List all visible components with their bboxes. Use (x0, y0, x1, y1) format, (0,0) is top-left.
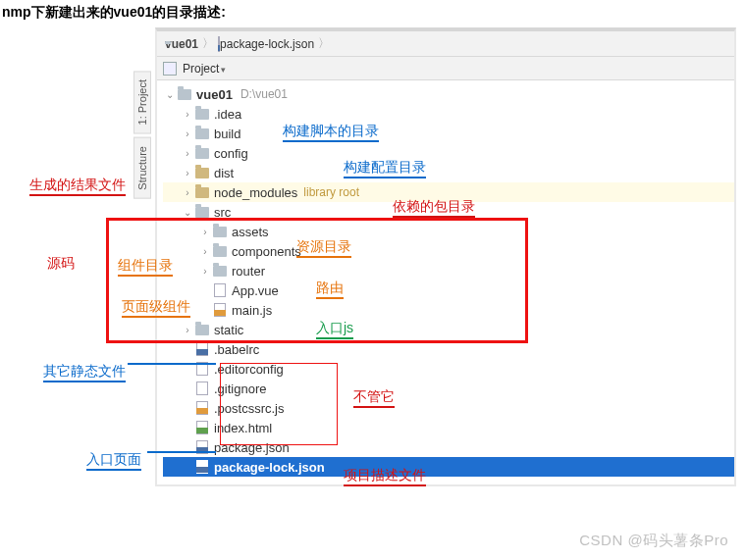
json-file-icon (218, 37, 220, 51)
folder-icon (212, 225, 228, 238)
json-file-icon (194, 342, 210, 356)
folder-icon (194, 166, 210, 179)
json-file-icon (194, 460, 210, 474)
project-tree: ⌄ vue01 D:\vue01 ›.idea ›build ›config ›… (157, 80, 734, 484)
folder-icon (177, 87, 192, 101)
json-file-icon (194, 440, 210, 454)
html-file-icon (194, 421, 210, 434)
chevron-right-icon[interactable]: › (181, 128, 194, 139)
tree-label: index.html (214, 421, 272, 435)
tree-item-config[interactable]: ›config (163, 143, 734, 163)
tree-item-index-html[interactable]: index.html (163, 418, 734, 437)
tree-label: .postcssrc.js (214, 401, 285, 416)
watermark: CSDN @码头薯条Pro (579, 532, 728, 550)
anno-static: 其它静态文件 (43, 363, 126, 382)
tree-item-app-vue[interactable]: App.vue (163, 280, 734, 300)
tree-label: package-lock.json (214, 460, 325, 475)
chevron-right-icon[interactable]: › (181, 325, 194, 335)
tree-label: .babelrc (214, 342, 259, 357)
tree-label: .editorconfig (214, 362, 284, 377)
tree-root[interactable]: ⌄ vue01 D:\vue01 (163, 84, 734, 104)
folder-icon (194, 185, 210, 199)
anno-dist: 生成的结果文件 (29, 177, 126, 196)
crumb-file[interactable]: package-lock.json (220, 37, 314, 51)
js-file-icon (212, 303, 228, 317)
breadcrumb: vue01 〉 package-lock.json 〉 (157, 31, 734, 57)
tab-project[interactable]: 1: Project (133, 71, 151, 133)
tree-label: router (232, 264, 265, 279)
chevron-down-icon[interactable]: ⌄ (163, 89, 177, 100)
tree-label: .gitignore (214, 382, 266, 396)
tree-item-postcssrc[interactable]: .postcssrc.js (163, 398, 734, 418)
file-icon (212, 283, 228, 297)
tree-item-router[interactable]: ›router (163, 261, 734, 280)
project-toolbar: Project (157, 57, 734, 80)
tab-structure[interactable]: Structure (133, 137, 151, 199)
tree-label: .idea (214, 107, 241, 122)
tree-item-package-lock[interactable]: package-lock.json (163, 457, 734, 477)
chevron-right-icon: 〉 (318, 35, 330, 52)
tree-label: src (214, 205, 231, 220)
tree-label: main.js (232, 303, 272, 318)
tree-item-main-js[interactable]: main.js (163, 300, 734, 320)
folder-icon (194, 146, 210, 160)
tree-item-src[interactable]: ⌄src (163, 202, 734, 222)
page-title: nmp下新建出来的vue01的目录描述: (0, 0, 746, 27)
tree-item-babelrc[interactable]: .babelrc (163, 339, 734, 359)
tree-item-static[interactable]: ›static (163, 320, 734, 339)
project-view-selector[interactable]: Project (183, 62, 226, 76)
chevron-right-icon[interactable]: › (181, 168, 194, 178)
project-view-icon[interactable] (163, 62, 177, 76)
tree-label: dist (214, 166, 234, 180)
tree-label: node_modules (214, 185, 297, 200)
js-file-icon (194, 401, 210, 415)
folder-icon (194, 323, 210, 336)
library-root-badge: library root (303, 185, 359, 199)
ide-window: 1: Project Structure vue01 〉 package-loc… (155, 27, 736, 486)
chevron-right-icon[interactable]: › (181, 187, 194, 198)
tree-label: components (232, 244, 301, 259)
tree-item-assets[interactable]: ›assets (163, 222, 734, 241)
chevron-right-icon[interactable]: › (198, 246, 212, 257)
tree-item-node-modules[interactable]: ›node_moduleslibrary root (163, 182, 734, 202)
chevron-right-icon[interactable]: › (198, 266, 212, 277)
anno-index-html: 入口页面 (86, 451, 141, 471)
tree-label: config (214, 146, 248, 161)
tree-label: build (214, 127, 240, 141)
anno-src: 源码 (47, 255, 75, 273)
chevron-right-icon[interactable]: › (198, 227, 212, 237)
tree-item-idea[interactable]: ›.idea (163, 104, 734, 124)
file-icon (194, 382, 210, 395)
tree-item-components[interactable]: ›components (163, 241, 734, 261)
tree-item-package-json[interactable]: package.json (163, 437, 734, 457)
chevron-right-icon[interactable]: › (181, 109, 194, 120)
file-icon (194, 362, 210, 376)
folder-icon (212, 264, 228, 278)
tree-label: App.vue (232, 283, 279, 298)
chevron-down-icon[interactable]: ⌄ (181, 207, 194, 218)
folder-icon (212, 244, 228, 258)
tree-label: vue01 (196, 87, 233, 102)
chevron-right-icon[interactable]: › (181, 148, 194, 159)
folder-icon (194, 205, 210, 219)
tree-label: static (214, 323, 243, 337)
tree-item-dist[interactable]: ›dist (163, 163, 734, 182)
chevron-right-icon: 〉 (202, 35, 214, 52)
folder-icon (194, 127, 210, 140)
folder-icon (194, 107, 210, 121)
crumb-root[interactable]: vue01 (165, 37, 198, 51)
tree-item-gitignore[interactable]: .gitignore (163, 379, 734, 398)
tree-label: package.json (214, 440, 290, 455)
tool-window-tabs: 1: Project Structure (133, 71, 155, 203)
tree-item-editorconfig[interactable]: .editorconfig (163, 359, 734, 379)
tree-label: assets (232, 225, 269, 239)
tree-item-build[interactable]: ›build (163, 124, 734, 143)
tree-path: D:\vue01 (240, 87, 288, 101)
